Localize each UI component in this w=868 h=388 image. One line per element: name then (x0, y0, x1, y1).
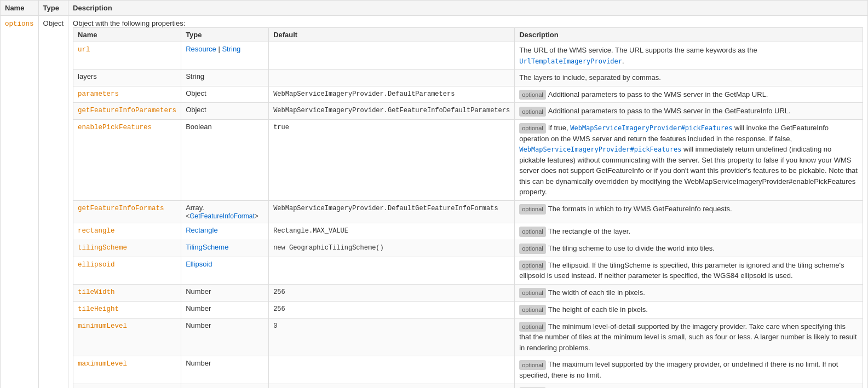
param-default-value: Rectangle.MAX_VALUE (273, 227, 348, 235)
description-text: Additional parameters to pass to the WMS… (548, 90, 768, 99)
description-text: The rectangle of the layer. (548, 227, 630, 235)
param-name-cell: tilingScheme (73, 240, 181, 257)
param-name-link[interactable]: tilingScheme (78, 244, 127, 252)
description-text: The height of each tile in pixels. (548, 305, 648, 314)
param-name-link[interactable]: url (78, 46, 90, 54)
param-name-cell: maximumLevel (73, 356, 181, 384)
description-text: The ellipsoid. If the tilingScheme is sp… (519, 261, 844, 280)
param-type-cell: Number (181, 284, 269, 301)
param-default-cell: 256 (269, 284, 515, 301)
param-description-cell: optionalThe width of each tile in pixels… (515, 284, 863, 301)
inner-header-name: Name (73, 28, 181, 42)
param-default-cell: Rectangle.MAX_VALUE (269, 223, 515, 240)
param-name-cell: getFeatureInfoParameters (73, 103, 181, 120)
table-row: minimumLevelNumber0optionalThe minimum l… (73, 318, 863, 356)
inner-header-default: Default (269, 28, 515, 42)
param-default-cell: WebMapServiceImageryProvider.GetFeatureI… (269, 103, 515, 120)
table-row: parametersObjectWebMapServiceImageryProv… (73, 86, 863, 103)
param-default-value: 256 (273, 288, 285, 296)
param-default-value: WebMapServiceImageryProvider.GetFeatureI… (273, 107, 510, 114)
type-link[interactable]: Ellipsoid (186, 260, 212, 268)
param-type-cell: Object (181, 103, 269, 120)
param-description-cell: optionalIf true, WebMapServiceImageryPro… (515, 120, 863, 201)
description-text: The tiling scheme to use to divide the w… (548, 244, 715, 252)
param-type-cell: Boolean (181, 120, 269, 201)
table-row: layersStringThe layers to include, separ… (73, 70, 863, 86)
param-default-value: true (273, 124, 289, 131)
param-name-cell: tileHeight (73, 301, 181, 318)
param-name-link[interactable]: tileWidth (78, 288, 115, 296)
optional-badge: optional (519, 204, 546, 215)
description-text: The width of each tile in pixels. (548, 288, 645, 297)
param-description-cell: optionalThe height of each tile in pixel… (515, 301, 863, 318)
options-type: Object (38, 16, 68, 389)
type-link[interactable]: GetFeatureInfoFormat (189, 212, 255, 220)
param-name-link[interactable]: getFeatureInfoParameters (78, 107, 176, 114)
param-name-link[interactable]: maximumLevel (78, 360, 127, 368)
param-name-link[interactable]: rectangle (78, 227, 115, 235)
optional-badge: optional (519, 305, 546, 315)
param-default-value: WebMapServiceImageryProvider.DefaultGetF… (273, 205, 498, 212)
param-default-cell: WebMapServiceImageryProvider.DefaultPara… (269, 86, 515, 103)
param-description-cell: optionalThe minimum level-of-detail supp… (515, 318, 863, 356)
options-description-prefix: Object with the following properties: (73, 19, 863, 27)
description-text: The formats in which to try WMS GetFeatu… (548, 205, 732, 213)
param-name-cell: minimumLevel (73, 318, 181, 356)
param-description-cell: optionalThe maximum level supported by t… (515, 356, 863, 384)
param-default-value: new GeographicTilingScheme() (273, 244, 384, 252)
type-link[interactable]: Resource (186, 45, 216, 53)
param-name-cell: url (73, 42, 181, 70)
table-row: tileWidthNumber256optionalThe width of e… (73, 284, 863, 301)
param-description-cell: optionalThe formats in which to try WMS … (515, 200, 863, 223)
param-default-cell: true (269, 120, 515, 201)
table-row: getFeatureInfoParametersObjectWebMapServ… (73, 103, 863, 120)
param-name-link[interactable]: minimumLevel (78, 322, 127, 330)
param-default-value: WebMapServiceImageryProvider.DefaultPara… (273, 90, 455, 98)
param-type-cell: Number (181, 356, 269, 384)
outer-header-description: Description (68, 1, 868, 16)
description-link[interactable]: UrlTemplateImageryProvider (519, 57, 622, 65)
param-default-value: 0 (273, 322, 277, 330)
param-type-cell: String (181, 70, 269, 86)
outer-header-row: Name Type Description (1, 1, 868, 16)
param-name-link[interactable]: parameters (78, 90, 119, 98)
param-default-cell (269, 70, 515, 86)
param-name-link[interactable]: enablePickFeatures (78, 124, 152, 131)
param-type-cell: Array.<GetFeatureInfoFormat> (181, 200, 269, 223)
table-row: tileHeightNumber256optionalThe height of… (73, 301, 863, 318)
optional-badge: optional (519, 360, 546, 370)
param-default-cell: new GeographicTilingScheme() (269, 240, 515, 257)
table-row: crsStringoptionalCRS specification, for … (73, 384, 863, 388)
type-link[interactable]: String (222, 45, 240, 53)
outer-table: Name Type Description options Object Obj… (0, 0, 868, 388)
param-default-cell: WebMapServiceImageryProvider.DefaultGetF… (269, 200, 515, 223)
table-row: ellipsoidEllipsoidoptionalThe ellipsoid.… (73, 257, 863, 284)
param-type-cell: Number (181, 318, 269, 356)
param-name-cell: ellipsoid (73, 257, 181, 284)
param-name-link[interactable]: getFeatureInfoFormats (78, 205, 164, 212)
optional-badge: optional (519, 288, 546, 298)
param-default-cell: 0 (269, 318, 515, 356)
param-name-link[interactable]: ellipsoid (78, 261, 115, 269)
optional-badge: optional (519, 260, 546, 271)
options-link[interactable]: options (5, 20, 34, 28)
description-text: The minimum level-of-detail supported by… (519, 322, 856, 352)
inner-header-row: Name Type Default Description (73, 28, 863, 42)
param-name-link[interactable]: tileHeight (78, 305, 119, 313)
inner-header-description: Description (515, 28, 863, 42)
type-link[interactable]: TilingScheme (186, 243, 228, 251)
param-type-cell: Object (181, 86, 269, 103)
param-name-cell: getFeatureInfoFormats (73, 200, 181, 223)
options-row: options Object Object with the following… (1, 16, 868, 389)
param-type-cell: String (181, 384, 269, 388)
type-link[interactable]: Rectangle (186, 226, 218, 234)
inner-table: Name Type Default Description urlResourc… (73, 27, 863, 388)
description-text: The URL of the WMS service. The URL supp… (519, 46, 757, 54)
param-name-cell: enablePickFeatures (73, 120, 181, 201)
description-text: The layers to include, separated by comm… (519, 73, 661, 82)
optional-badge: optional (519, 244, 546, 254)
param-name-cell: parameters (73, 86, 181, 103)
param-name-cell: tileWidth (73, 284, 181, 301)
param-type-cell: Ellipsoid (181, 257, 269, 284)
param-description-cell: optionalThe ellipsoid. If the tilingSche… (515, 257, 863, 284)
